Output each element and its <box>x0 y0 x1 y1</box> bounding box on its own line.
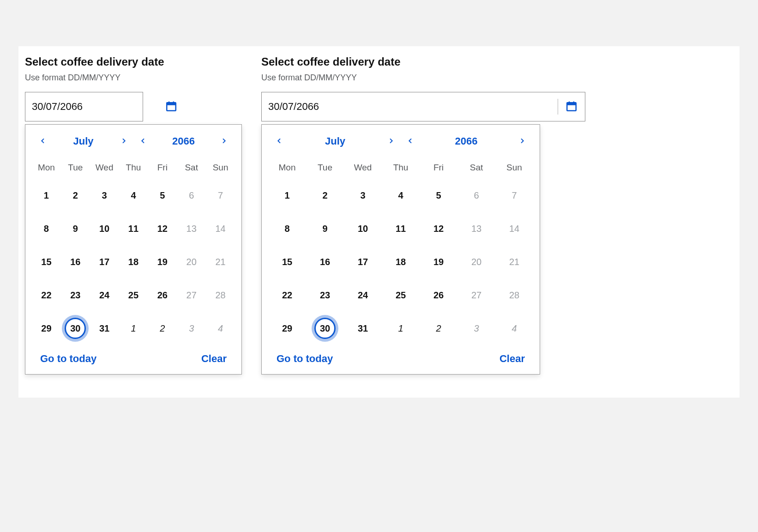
calendar-icon <box>565 100 578 114</box>
calendar-footer: Go to today Clear <box>32 353 235 365</box>
day-cell[interactable]: 5 <box>148 185 177 206</box>
prev-month-button[interactable] <box>35 133 51 150</box>
day-cell[interactable]: 19 <box>420 251 457 272</box>
year-label[interactable]: 2066 <box>455 135 478 147</box>
go-to-today-button[interactable]: Go to today <box>277 353 333 365</box>
clear-button[interactable]: Clear <box>499 353 525 365</box>
dow-header: Fri <box>420 163 457 173</box>
datepicker-panel-right: Select coffee delivery date Use format D… <box>255 46 740 398</box>
day-cell[interactable]: 25 <box>382 284 420 306</box>
calendar-header: July 2066 <box>32 133 235 150</box>
next-month-button[interactable] <box>115 133 132 150</box>
chevron-right-icon <box>120 137 127 146</box>
chevron-right-icon <box>518 137 526 146</box>
day-cell[interactable]: 3 <box>344 185 382 206</box>
day-cell[interactable]: 30 <box>61 318 90 339</box>
day-cell[interactable]: 2 <box>148 318 177 339</box>
day-cell[interactable]: 10 <box>344 218 382 239</box>
next-year-button[interactable] <box>514 133 530 150</box>
day-cell[interactable]: 29 <box>32 318 61 339</box>
day-cell[interactable]: 1 <box>32 185 61 206</box>
day-cell[interactable]: 18 <box>382 251 420 272</box>
field-label: Select coffee delivery date <box>25 55 250 68</box>
day-cell[interactable]: 15 <box>32 251 61 272</box>
day-cell[interactable]: 11 <box>119 218 148 239</box>
dow-header: Wed <box>90 163 119 173</box>
calendar-toggle-button[interactable] <box>165 92 177 121</box>
day-cell[interactable]: 19 <box>148 251 177 272</box>
day-cell[interactable]: 16 <box>61 251 90 272</box>
date-input[interactable] <box>262 92 558 121</box>
chevron-right-icon <box>220 137 228 146</box>
day-cell[interactable]: 18 <box>119 251 148 272</box>
day-cell[interactable]: 8 <box>32 218 61 239</box>
day-cell[interactable]: 26 <box>148 284 177 306</box>
day-cell[interactable]: 17 <box>90 251 119 272</box>
day-cell[interactable]: 24 <box>90 284 119 306</box>
day-cell[interactable]: 24 <box>344 284 382 306</box>
day-cell[interactable]: 15 <box>268 251 306 272</box>
dow-header: Tue <box>306 163 344 173</box>
month-label[interactable]: July <box>325 135 345 147</box>
chevron-left-icon <box>407 137 414 146</box>
day-cell[interactable]: 5 <box>420 185 457 206</box>
month-label[interactable]: July <box>73 135 93 147</box>
day-cell[interactable]: 3 <box>90 185 119 206</box>
day-cell[interactable]: 26 <box>420 284 457 306</box>
svg-rect-5 <box>567 103 576 105</box>
day-cell[interactable]: 31 <box>90 318 119 339</box>
day-cell: 20 <box>457 251 495 272</box>
prev-year-button[interactable] <box>135 133 151 150</box>
day-cell: 27 <box>457 284 495 306</box>
day-cell[interactable]: 9 <box>61 218 90 239</box>
next-month-button[interactable] <box>383 133 399 150</box>
day-cell[interactable]: 25 <box>119 284 148 306</box>
day-cell[interactable]: 4 <box>382 185 420 206</box>
year-label[interactable]: 2066 <box>172 135 195 147</box>
day-cell[interactable]: 31 <box>344 318 382 339</box>
day-cell[interactable]: 1 <box>382 318 420 339</box>
day-cell: 13 <box>457 218 495 239</box>
dow-header: Sun <box>206 163 235 173</box>
day-cell[interactable]: 23 <box>61 284 90 306</box>
day-cell: 3 <box>457 318 495 339</box>
prev-month-button[interactable] <box>271 133 288 150</box>
day-cell[interactable]: 2 <box>420 318 457 339</box>
day-cell[interactable]: 30 <box>306 318 344 339</box>
day-cell[interactable]: 1 <box>119 318 148 339</box>
day-cell[interactable]: 2 <box>61 185 90 206</box>
day-cell[interactable]: 8 <box>268 218 306 239</box>
go-to-today-button[interactable]: Go to today <box>40 353 96 365</box>
dow-header: Mon <box>32 163 61 173</box>
date-input[interactable] <box>25 92 165 121</box>
day-cell[interactable]: 23 <box>306 284 344 306</box>
day-cell[interactable]: 2 <box>306 185 344 206</box>
day-cell[interactable]: 22 <box>32 284 61 306</box>
month-nav: July <box>271 133 399 150</box>
day-cell: 14 <box>495 218 533 239</box>
day-cell: 21 <box>495 251 533 272</box>
day-cell: 20 <box>177 251 206 272</box>
chevron-right-icon <box>387 137 395 146</box>
dow-header: Sun <box>495 163 533 173</box>
dow-header: Wed <box>344 163 382 173</box>
next-year-button[interactable] <box>216 133 232 150</box>
day-cell[interactable]: 29 <box>268 318 306 339</box>
day-cell: 27 <box>177 284 206 306</box>
day-cell[interactable]: 9 <box>306 218 344 239</box>
day-cell[interactable]: 12 <box>420 218 457 239</box>
day-cell[interactable]: 16 <box>306 251 344 272</box>
day-cell[interactable]: 11 <box>382 218 420 239</box>
day-cell[interactable]: 17 <box>344 251 382 272</box>
day-cell[interactable]: 12 <box>148 218 177 239</box>
day-cell[interactable]: 22 <box>268 284 306 306</box>
day-cell: 4 <box>206 318 235 339</box>
day-cell[interactable]: 4 <box>119 185 148 206</box>
prev-year-button[interactable] <box>402 133 419 150</box>
clear-button[interactable]: Clear <box>201 353 227 365</box>
calendar-footer: Go to today Clear <box>268 353 533 365</box>
svg-rect-1 <box>167 103 176 105</box>
calendar-toggle-button[interactable] <box>558 92 585 121</box>
day-cell[interactable]: 10 <box>90 218 119 239</box>
day-cell[interactable]: 1 <box>268 185 306 206</box>
